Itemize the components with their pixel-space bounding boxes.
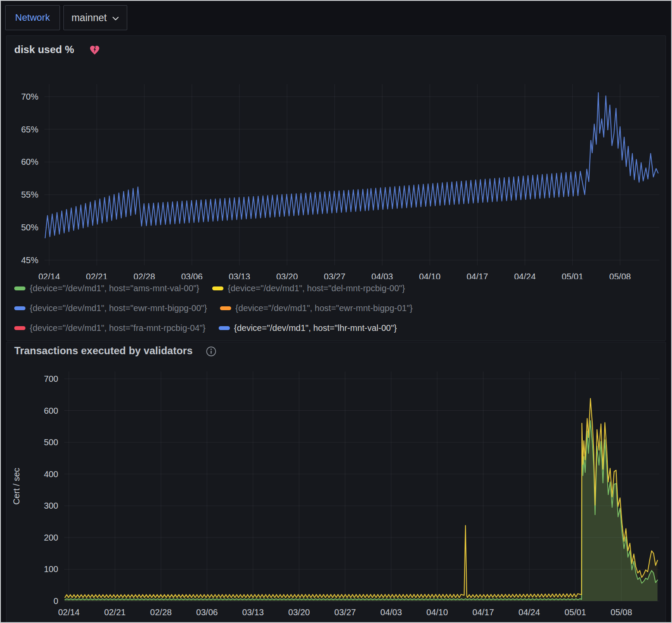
svg-text:45%: 45% [21,255,38,265]
svg-text:50%: 50% [21,223,38,232]
info-icon[interactable] [206,346,217,357]
disk-chart-legend: {device="/dev/md1", host="ams-mnt-val-00… [14,283,562,333]
chevron-down-icon [112,16,119,21]
svg-text:04/17: 04/17 [467,272,488,279]
svg-text:03/20: 03/20 [276,272,298,279]
svg-text:300: 300 [44,501,58,510]
panel-title-disk-used: disk used % [14,44,74,56]
svg-text:400: 400 [44,469,58,479]
svg-text:02/28: 02/28 [150,607,172,617]
svg-text:03/06: 03/06 [196,607,218,617]
legend-item[interactable]: {device="/dev/md1", host="ewr-mnt-bigpg-… [220,303,413,313]
network-variable-dropdown[interactable]: mainnet [63,5,127,30]
disk-used-chart[interactable]: 45%50%55%60%65%70%02/1402/2102/2803/0603… [6,36,666,279]
series-color-swatch-icon [220,306,231,310]
svg-text:05/01: 05/01 [562,272,583,279]
svg-text:02/14: 02/14 [38,272,60,279]
svg-text:04/24: 04/24 [518,607,540,617]
grafana-dashboard: { "toolbar": { "network_label": "Network… [0,0,672,623]
svg-text:05/08: 05/08 [611,607,632,617]
legend-item-label: {device="/dev/md1", host="ewr-mnt-bigpg-… [236,303,413,313]
legend-item-label: {device="/dev/md1", host="ewr-mnt-bigpg-… [30,303,207,313]
variable-label-text: Network [15,12,50,23]
variable-label-network: Network [5,5,60,30]
svg-text:70%: 70% [21,92,38,101]
series-color-swatch-icon [219,326,230,330]
svg-text:03/27: 03/27 [324,272,345,279]
svg-text:55%: 55% [21,190,38,199]
network-variable-value: mainnet [72,12,107,24]
legend-item-label: {device="/dev/md1", host="lhr-mnt-val-00… [234,323,397,333]
panel-disk-header[interactable]: disk used % [14,44,100,56]
panel-tx-header[interactable]: Transactions executed by validators [14,345,217,357]
svg-text:60%: 60% [21,157,38,167]
legend-item[interactable]: {device="/dev/md1", host="fra-mnt-rpcbig… [14,323,206,333]
svg-text:100: 100 [44,564,58,574]
transactions-chart[interactable]: 010020030040050060070002/1402/2102/2803/… [6,342,666,623]
svg-text:04/10: 04/10 [427,607,448,617]
svg-text:03/20: 03/20 [288,607,310,617]
svg-text:700: 700 [44,374,58,384]
svg-text:04/03: 04/03 [371,272,393,279]
svg-text:500: 500 [44,437,58,447]
series-color-swatch-icon [212,286,223,290]
legend-item[interactable]: {device="/dev/md1", host="ewr-mnt-bigpg-… [14,303,207,313]
dashboard-toolbar: Network mainnet [1,1,671,35]
svg-text:200: 200 [44,533,58,542]
legend-item[interactable]: {device="/dev/md1", host="del-mnt-rpcbig… [212,283,405,293]
panel-transactions: Transactions executed by validators 0100… [6,342,666,623]
legend-item-label: {device="/dev/md1", host="ams-mnt-val-00… [30,283,199,293]
svg-text:04/17: 04/17 [472,607,494,617]
svg-text:02/14: 02/14 [58,607,80,617]
svg-text:05/01: 05/01 [565,607,586,617]
svg-text:600: 600 [44,406,58,415]
svg-text:03/27: 03/27 [334,607,356,617]
series-color-swatch-icon [14,286,25,290]
svg-text:04/24: 04/24 [514,272,536,279]
series-color-swatch-icon [14,306,25,310]
svg-text:03/06: 03/06 [181,272,203,279]
svg-text:03/13: 03/13 [242,607,264,617]
svg-text:03/13: 03/13 [229,272,250,279]
legend-item-label: {device="/dev/md1", host="del-mnt-rpcbig… [228,283,405,293]
svg-text:65%: 65% [21,125,38,134]
panel-disk-used: disk used % 45%50%55%60%65%70%02/1402/21… [6,35,666,341]
legend-item[interactable]: {device="/dev/md1", host="ams-mnt-val-00… [14,283,199,293]
legend-item[interactable]: {device="/dev/md1", host="lhr-mnt-val-00… [219,323,397,333]
svg-text:0: 0 [53,596,58,606]
svg-text:04/03: 04/03 [380,607,402,617]
svg-text:Cert / sec: Cert / sec [12,468,21,505]
alert-broken-heart-icon[interactable] [89,44,100,55]
svg-text:02/21: 02/21 [86,272,107,279]
svg-text:02/28: 02/28 [134,272,155,279]
svg-text:02/21: 02/21 [104,607,126,617]
series-color-swatch-icon [14,326,25,330]
svg-text:05/08: 05/08 [609,272,631,279]
svg-text:04/10: 04/10 [419,272,440,279]
panel-title-transactions: Transactions executed by validators [14,345,193,357]
legend-item-label: {device="/dev/md1", host="fra-mnt-rpcbig… [30,323,206,333]
